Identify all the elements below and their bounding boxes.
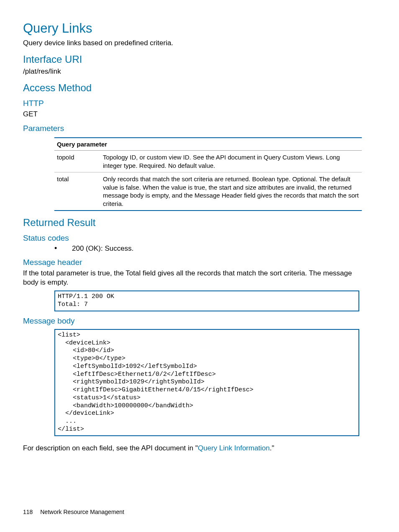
param-desc: Topology ID, or custom view ID. See the … <box>100 151 362 172</box>
intro-text: Query device links based on predefined c… <box>23 39 376 48</box>
table-header: Query parameter <box>54 138 362 151</box>
message-header-para: If the total parameter is true, the Tota… <box>23 269 359 287</box>
after-text-post: ." <box>270 444 274 452</box>
page-footer: 118 Network Resource Management <box>23 509 124 515</box>
status-code-text: 200 (OK): Success. <box>72 244 133 253</box>
heading-message-body: Message body <box>23 316 376 326</box>
heading-parameters: Parameters <box>23 124 376 133</box>
message-header-code: HTTP/1.1 200 OK Total: 7 <box>54 290 359 311</box>
heading-message-header: Message header <box>23 258 376 267</box>
heading-access-method: Access Method <box>23 82 376 94</box>
table-row: total Only records that match the sort c… <box>54 172 362 211</box>
after-text-pre: For description on each field, see the A… <box>23 444 198 452</box>
message-body-after: For description on each field, see the A… <box>23 444 376 453</box>
page-number: 118 <box>23 509 33 515</box>
param-desc: Only records that match the sort criteri… <box>100 172 362 211</box>
param-name: topoId <box>54 151 100 172</box>
heading-returned-result: Returned Result <box>23 217 376 229</box>
interface-uri-value: /plat/res/link <box>23 67 376 76</box>
heading-http: HTTP <box>23 99 376 108</box>
heading-interface-uri: Interface URI <box>23 54 376 65</box>
message-body-code: <list> <deviceLink> <id>80</id> <type>0<… <box>54 329 359 436</box>
table-row: topoId Topology ID, or custom view ID. S… <box>54 151 362 172</box>
param-name: total <box>54 172 100 211</box>
parameters-table: Query parameter topoId Topology ID, or c… <box>54 137 362 211</box>
heading-status-codes: Status codes <box>23 234 376 243</box>
page-title: Query Links <box>23 21 376 36</box>
query-link-information-link[interactable]: Query Link Information <box>198 444 270 452</box>
chapter-name: Network Resource Management <box>40 509 124 515</box>
bullet-icon: • <box>54 244 72 252</box>
http-method-value: GET <box>23 110 376 119</box>
status-code-bullet: • 200 (OK): Success. <box>54 244 376 253</box>
